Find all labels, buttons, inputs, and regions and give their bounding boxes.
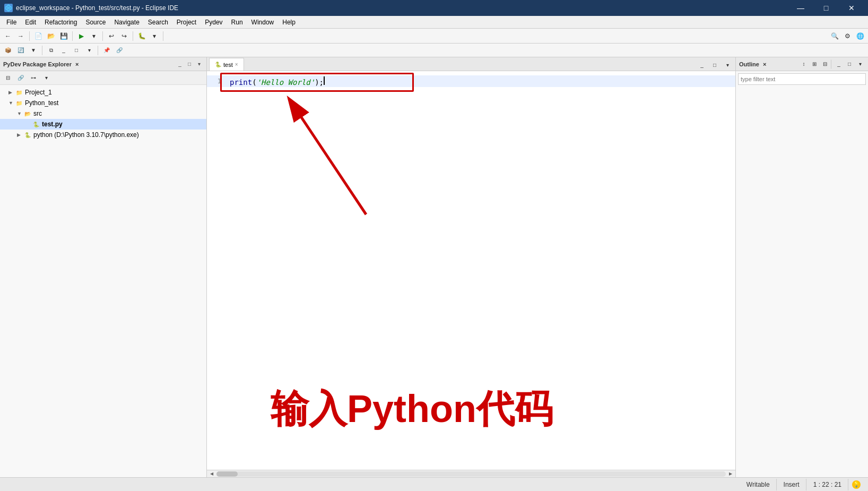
code-display[interactable]: 1 print('Hello World'); [207,71,735,477]
editor-h-scrollbar[interactable]: ◀ ▶ [207,470,735,477]
expand-pythontest-icon: ▼ [8,100,15,106]
tree-item-testpy[interactable]: 🐍 test.py [0,119,206,130]
outline-hide-fields-btn[interactable]: ⊞ [810,59,819,69]
outline-menu-btn[interactable]: ▾ [855,59,865,69]
toolbar2-link[interactable]: 🔗 [114,45,125,56]
outline-content [736,71,868,477]
pkg-exp-maximize-btn[interactable]: □ [185,60,194,68]
code-editor-panel: 🐍 test × _ □ ▾ 1 print('Hello World'); [207,57,735,477]
menu-refactoring[interactable]: Refactoring [40,16,81,28]
toolbar-debug-btn[interactable]: 🐛 [136,30,147,42]
toolbar2-sep1 [42,46,42,55]
pkg-exp-menu-btn[interactable]: ▾ [195,60,203,68]
menu-pydev[interactable]: Pydev [201,16,227,28]
scroll-left-btn[interactable]: ◀ [208,470,215,478]
toolbar-sep4 [133,31,133,41]
tab-file-icon: 🐍 [215,62,221,67]
editor-content[interactable]: 1 print('Hello World'); [207,71,735,477]
editor-minimize-btn[interactable]: _ [696,59,708,71]
toolbar-forward-btn[interactable]: → [15,30,27,42]
toolbar2-collapse[interactable]: ▼ [28,45,39,56]
text-cursor [324,76,325,85]
left-panel-controls: _ □ ▾ [176,60,203,68]
toolbar2-sync[interactable]: 🔄 [15,45,27,56]
menu-navigate[interactable]: Navigate [110,16,143,28]
outline-max-btn[interactable]: □ [845,59,854,69]
toolbar-sep2 [72,31,73,41]
pkgexp-link-editor[interactable]: 🔗 [15,72,27,84]
toolbar-sep5 [163,31,163,41]
package-explorer-label: PyDev Package Explorer [3,61,72,67]
menu-project[interactable]: Project [172,16,201,28]
menu-source[interactable]: Source [81,16,110,28]
editor-maximize-btn[interactable]: □ [709,59,721,71]
toolbar-redo-btn[interactable]: ↪ [118,30,130,42]
file-tree: ▶ 📁 Project_1 ▼ 📁 Python_test ▼ 📂 src [0,85,206,477]
toolbar-undo-btn[interactable]: ↩ [106,30,117,42]
scroll-right-btn[interactable]: ▶ [727,470,734,478]
pkgexp-filter[interactable]: ⊶ [28,72,39,84]
toolbar-save-btn[interactable]: 💾 [58,30,70,42]
status-bulb-icon[interactable]: 💡 [852,480,861,489]
editor-tabs: 🐍 test × _ □ ▾ [207,57,735,71]
pkgexp-viewmenu[interactable]: ▾ [40,72,52,84]
title-bar: eclipse_workspace - Python_test/src/test… [0,0,868,16]
menu-file[interactable]: File [2,16,21,28]
tree-item-pythontest[interactable]: ▼ 📁 Python_test [0,98,206,108]
toolbar-sep1 [29,31,30,41]
toolbar2-maximize-view[interactable]: □ [71,45,82,56]
toolbar-back-btn[interactable]: ← [2,30,14,42]
outline-sort-btn[interactable]: ↕ [799,59,809,69]
tree-item-src[interactable]: ▼ 📂 src [0,108,206,119]
menu-help[interactable]: Help [278,16,300,28]
toolbar2-minimize-view[interactable]: _ [58,45,70,56]
outline-label: Outline [739,61,759,67]
toolbar-extra2[interactable]: 🌐 [854,30,866,42]
menu-search[interactable]: Search [144,16,172,28]
h-scroll-thumb[interactable] [216,471,238,477]
expand-src-icon: ▼ [17,111,23,116]
pkg-exp-minimize-btn[interactable]: _ [176,60,184,68]
tree-item-python-interp[interactable]: ▶ 🐍 python (D:\Python 3.10.7\python.exe) [0,130,206,140]
menu-bar: File Edit Refactoring Source Navigate Se… [0,16,868,29]
code-semi: ; [319,78,324,87]
project1-icon: 📁 [15,88,23,97]
tab-label: test [223,62,233,68]
outline-filter-input[interactable] [738,73,866,85]
content-area: PyDev Package Explorer × _ □ ▾ ⊟ 🔗 ⊶ ▾ ▶ [0,57,868,477]
pkgexp-collapse-all[interactable]: ⊟ [2,72,14,84]
menu-run[interactable]: Run [227,16,247,28]
eclipse-icon [4,4,13,12]
tab-close-btn[interactable]: × [235,62,238,67]
toolbar-extra1[interactable]: ⚙ [841,30,853,42]
toolbar-debug-dropdown[interactable]: ▾ [149,30,160,42]
outline-close[interactable]: × [763,61,766,67]
toolbar2-pkg-exp[interactable]: 📦 [2,45,14,56]
maximize-button[interactable]: □ [814,0,838,16]
pythontest-icon: 📁 [15,99,23,107]
outline-min-btn[interactable]: _ [834,59,844,69]
toolbar2-new-window[interactable]: ⧉ [45,45,57,56]
package-explorer-close[interactable]: × [75,61,79,67]
toolbar-run-dropdown[interactable]: ▾ [88,30,100,42]
toolbar-row1: ← → 📄 📂 💾 ▶ ▾ ↩ ↪ 🐛 ▾ 🔍 ⚙ 🌐 [0,29,868,44]
close-button[interactable]: ✕ [839,0,864,16]
toolbar-run-btn[interactable]: ▶ [75,30,87,42]
toolbar2-pin[interactable]: 📌 [101,45,112,56]
menu-edit[interactable]: Edit [21,16,40,28]
toolbar-new-btn[interactable]: 📄 [32,30,44,42]
menu-window[interactable]: Window [247,16,279,28]
toolbar-open-btn[interactable]: 📂 [45,30,57,42]
editor-tab-test[interactable]: 🐍 test × [209,58,244,71]
toolbar2-view-menu[interactable]: ▾ [83,45,95,56]
minimize-button[interactable]: — [788,0,813,16]
pythontest-label: Python_test [25,99,58,107]
code-print: print [230,78,252,87]
status-indicator-section: 💡 [849,479,864,490]
tree-item-project1[interactable]: ▶ 📁 Project_1 [0,87,206,98]
toolbar-search-btn[interactable]: 🔍 [829,30,840,42]
testpy-label: test.py [42,120,63,128]
editor-view-menu[interactable]: ▾ [722,59,733,71]
outline-collapse-btn[interactable]: ⊟ [820,59,830,69]
package-explorer-toolbar: ⊟ 🔗 ⊶ ▾ [0,71,206,85]
